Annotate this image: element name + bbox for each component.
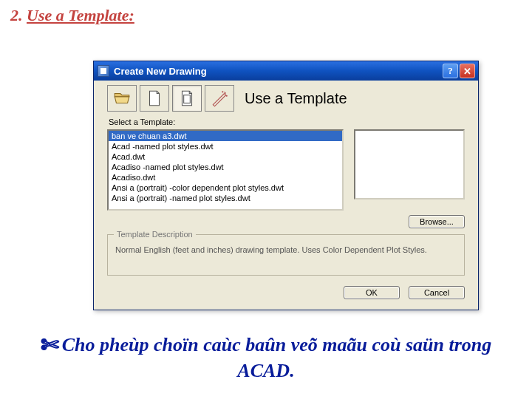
use-template-icon[interactable]	[172, 85, 202, 112]
description-legend: Template Description	[114, 230, 196, 239]
open-drawing-icon[interactable]	[107, 85, 137, 112]
template-listbox[interactable]: ban ve chuan a3.dwtAcad -named plot styl…	[107, 129, 344, 211]
svg-point-1	[222, 91, 223, 92]
cancel-button[interactable]: Cancel	[409, 286, 465, 299]
template-preview	[354, 129, 465, 200]
template-item[interactable]: Acad -named plot styles.dwt	[109, 141, 342, 151]
heading-number: 2.	[10, 6, 23, 24]
footer-line2: ACAD.	[237, 360, 294, 381]
slide-footer: ✄Cho pheùp choïn caùc baûn veõ maãu coù …	[0, 331, 532, 383]
template-item[interactable]: Ansi a (portrait) -color dependent plot …	[109, 183, 342, 193]
heading-text: Use a Template:	[27, 6, 134, 24]
start-from-scratch-icon[interactable]	[140, 85, 169, 112]
template-description-group: Template Description Normal English (fee…	[107, 234, 465, 276]
close-button[interactable]: ✕	[460, 64, 475, 78]
template-item[interactable]: ban ve chuan a3.dwt	[109, 131, 342, 141]
app-icon	[98, 65, 109, 77]
select-template-label: Select a Template:	[94, 113, 478, 129]
template-item[interactable]: Ansi a (portrait) -named plot styles.dwt	[109, 193, 342, 203]
ok-button[interactable]: OK	[344, 286, 400, 299]
template-item[interactable]: Acadiso.dwt	[109, 172, 342, 183]
use-wizard-icon[interactable]	[205, 85, 234, 112]
wizard-mode-title: Use a Template	[245, 90, 347, 107]
titlebar[interactable]: Create New Drawing ? ✕	[94, 61, 478, 81]
create-new-drawing-dialog: Create New Drawing ? ✕ Use a Template Se…	[93, 61, 479, 310]
svg-point-2	[226, 95, 228, 97]
scissors-icon: ✄	[41, 332, 59, 357]
template-item[interactable]: Acadiso -named plot styles.dwt	[109, 162, 342, 172]
dialog-title: Create New Drawing	[114, 66, 207, 77]
slide-heading: 2. Use a Template:	[10, 6, 134, 25]
browse-button[interactable]: Browse...	[409, 215, 465, 228]
help-button[interactable]: ?	[443, 64, 458, 78]
template-item[interactable]: Acad.dwt	[109, 151, 342, 162]
footer-line1: Cho pheùp choïn caùc baûn veõ maãu coù s…	[62, 334, 492, 355]
wizard-toolbar: Use a Template	[94, 81, 478, 113]
description-text: Normal English (feet and inches) drawing…	[115, 245, 457, 254]
